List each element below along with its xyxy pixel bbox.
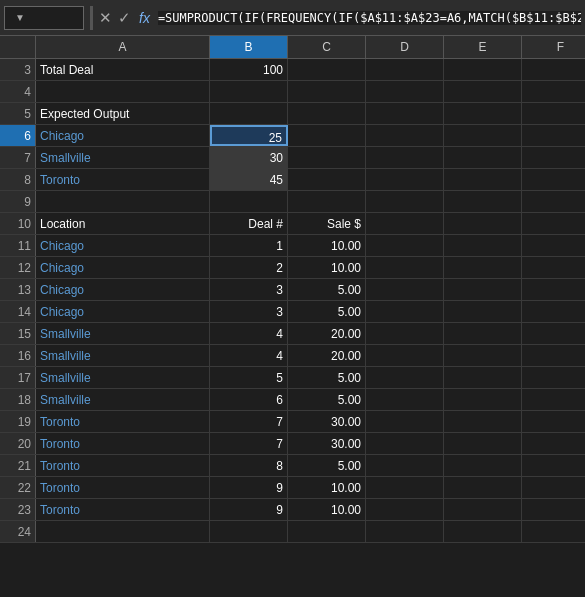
col-header-b[interactable]: B xyxy=(210,36,288,58)
cell-d10[interactable] xyxy=(366,213,444,234)
cell-f8[interactable] xyxy=(522,169,585,190)
cell-d17[interactable] xyxy=(366,367,444,388)
cell-d23[interactable] xyxy=(366,499,444,520)
cell-b11[interactable]: 1 xyxy=(210,235,288,256)
cell-e21[interactable] xyxy=(444,455,522,476)
cell-b24[interactable] xyxy=(210,521,288,542)
cell-b5[interactable] xyxy=(210,103,288,124)
cell-a7[interactable]: Smallville xyxy=(36,147,210,168)
cell-b13[interactable]: 3 xyxy=(210,279,288,300)
cell-c14[interactable]: 5.00 xyxy=(288,301,366,322)
cell-f19[interactable] xyxy=(522,411,585,432)
cell-c5[interactable] xyxy=(288,103,366,124)
col-header-d[interactable]: D xyxy=(366,36,444,58)
name-box-arrow-icon[interactable]: ▼ xyxy=(15,12,25,23)
cell-d13[interactable] xyxy=(366,279,444,300)
cell-c19[interactable]: 30.00 xyxy=(288,411,366,432)
cell-e5[interactable] xyxy=(444,103,522,124)
cell-e14[interactable] xyxy=(444,301,522,322)
cell-f11[interactable] xyxy=(522,235,585,256)
cell-a17[interactable]: Smallville xyxy=(36,367,210,388)
cell-e11[interactable] xyxy=(444,235,522,256)
cell-c12[interactable]: 10.00 xyxy=(288,257,366,278)
cell-f23[interactable] xyxy=(522,499,585,520)
cell-d20[interactable] xyxy=(366,433,444,454)
col-header-e[interactable]: E xyxy=(444,36,522,58)
cell-e19[interactable] xyxy=(444,411,522,432)
cell-b22[interactable]: 9 xyxy=(210,477,288,498)
cell-d14[interactable] xyxy=(366,301,444,322)
cancel-icon[interactable]: ✕ xyxy=(99,9,112,27)
cell-d9[interactable] xyxy=(366,191,444,212)
cell-c24[interactable] xyxy=(288,521,366,542)
cell-c18[interactable]: 5.00 xyxy=(288,389,366,410)
cell-c17[interactable]: 5.00 xyxy=(288,367,366,388)
cell-b18[interactable]: 6 xyxy=(210,389,288,410)
cell-e9[interactable] xyxy=(444,191,522,212)
confirm-icon[interactable]: ✓ xyxy=(118,9,131,27)
cell-c8[interactable] xyxy=(288,169,366,190)
cell-f13[interactable] xyxy=(522,279,585,300)
cell-f4[interactable] xyxy=(522,81,585,102)
cell-b9[interactable] xyxy=(210,191,288,212)
cell-f22[interactable] xyxy=(522,477,585,498)
cell-c6[interactable] xyxy=(288,125,366,146)
cell-b8[interactable]: 45 xyxy=(210,169,288,190)
cell-f9[interactable] xyxy=(522,191,585,212)
cell-f7[interactable] xyxy=(522,147,585,168)
cell-a11[interactable]: Chicago xyxy=(36,235,210,256)
cell-f18[interactable] xyxy=(522,389,585,410)
cell-e17[interactable] xyxy=(444,367,522,388)
cell-d7[interactable] xyxy=(366,147,444,168)
cell-c20[interactable]: 30.00 xyxy=(288,433,366,454)
cell-d6[interactable] xyxy=(366,125,444,146)
cell-e24[interactable] xyxy=(444,521,522,542)
cell-a6[interactable]: Chicago xyxy=(36,125,210,146)
col-header-c[interactable]: C xyxy=(288,36,366,58)
cell-e4[interactable] xyxy=(444,81,522,102)
cell-e23[interactable] xyxy=(444,499,522,520)
cell-e15[interactable] xyxy=(444,323,522,344)
cell-b20[interactable]: 7 xyxy=(210,433,288,454)
cell-e10[interactable] xyxy=(444,213,522,234)
cell-e3[interactable] xyxy=(444,59,522,80)
cell-b12[interactable]: 2 xyxy=(210,257,288,278)
cell-f17[interactable] xyxy=(522,367,585,388)
cell-f10[interactable] xyxy=(522,213,585,234)
cell-e13[interactable] xyxy=(444,279,522,300)
cell-a4[interactable] xyxy=(36,81,210,102)
cell-d15[interactable] xyxy=(366,323,444,344)
cell-a21[interactable]: Toronto xyxy=(36,455,210,476)
cell-e12[interactable] xyxy=(444,257,522,278)
cell-b6[interactable]: 25 xyxy=(210,125,288,146)
cell-e8[interactable] xyxy=(444,169,522,190)
cell-b4[interactable] xyxy=(210,81,288,102)
cell-a13[interactable]: Chicago xyxy=(36,279,210,300)
cell-c15[interactable]: 20.00 xyxy=(288,323,366,344)
cell-d21[interactable] xyxy=(366,455,444,476)
cell-c13[interactable]: 5.00 xyxy=(288,279,366,300)
name-box[interactable]: ▼ xyxy=(4,6,84,30)
col-header-f[interactable]: F xyxy=(522,36,585,58)
cell-d3[interactable] xyxy=(366,59,444,80)
cell-a10[interactable]: Location xyxy=(36,213,210,234)
cell-f20[interactable] xyxy=(522,433,585,454)
cell-c11[interactable]: 10.00 xyxy=(288,235,366,256)
cell-c4[interactable] xyxy=(288,81,366,102)
cell-f6[interactable] xyxy=(522,125,585,146)
cell-d22[interactable] xyxy=(366,477,444,498)
cell-c3[interactable] xyxy=(288,59,366,80)
cell-a18[interactable]: Smallville xyxy=(36,389,210,410)
cell-b16[interactable]: 4 xyxy=(210,345,288,366)
cell-d11[interactable] xyxy=(366,235,444,256)
cell-c23[interactable]: 10.00 xyxy=(288,499,366,520)
cell-f5[interactable] xyxy=(522,103,585,124)
cell-f12[interactable] xyxy=(522,257,585,278)
cell-f3[interactable] xyxy=(522,59,585,80)
cell-e6[interactable] xyxy=(444,125,522,146)
cell-d19[interactable] xyxy=(366,411,444,432)
cell-d18[interactable] xyxy=(366,389,444,410)
cell-b7[interactable]: 30 xyxy=(210,147,288,168)
cell-d4[interactable] xyxy=(366,81,444,102)
cell-c10[interactable]: Sale $ xyxy=(288,213,366,234)
